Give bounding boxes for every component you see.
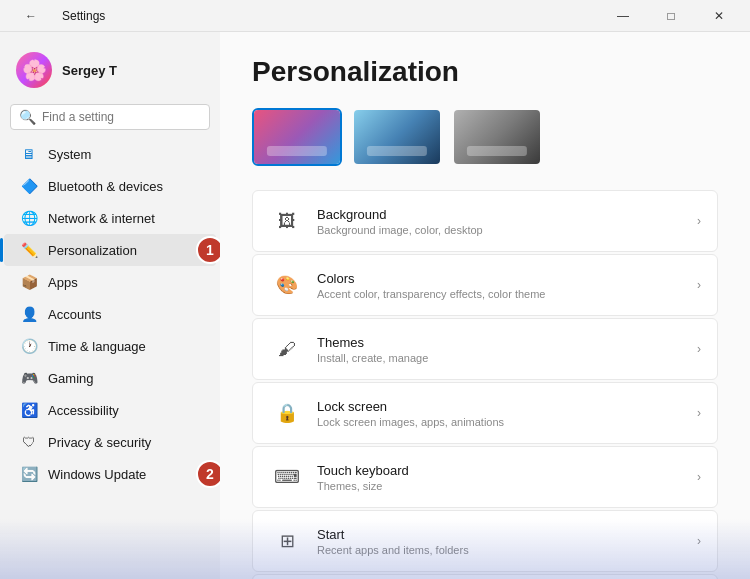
theme-thumb-3[interactable] bbox=[452, 108, 542, 166]
themes-chevron: › bbox=[697, 342, 701, 356]
user-name: Sergey T bbox=[62, 63, 117, 78]
back-button[interactable]: ← bbox=[8, 0, 54, 32]
main-content: Personalization 🖼 bbox=[220, 32, 750, 579]
sidebar-label-time: Time & language bbox=[48, 339, 146, 354]
settings-item-start[interactable]: ⊞ Start Recent apps and items, folders › bbox=[252, 510, 718, 572]
settings-item-touchkeyboard[interactable]: ⌨ Touch keyboard Themes, size › bbox=[252, 446, 718, 508]
gaming-icon: 🎮 bbox=[20, 369, 38, 387]
sidebar-item-bluetooth[interactable]: 🔷 Bluetooth & devices bbox=[4, 170, 216, 202]
settings-item-colors[interactable]: 🎨 Colors Accent color, transparency effe… bbox=[252, 254, 718, 316]
titlebar-controls: — □ ✕ bbox=[600, 0, 742, 32]
app-container: 🌸 Sergey T 🔍 🖥 System 🔷 Bluetooth & devi… bbox=[0, 32, 750, 579]
background-chevron: › bbox=[697, 214, 701, 228]
themes-icon: 🖌 bbox=[269, 331, 305, 367]
bluetooth-icon: 🔷 bbox=[20, 177, 38, 195]
sidebar-label-privacy: Privacy & security bbox=[48, 435, 151, 450]
theme-previews bbox=[252, 108, 718, 166]
close-button[interactable]: ✕ bbox=[696, 0, 742, 32]
sidebar-label-accounts: Accounts bbox=[48, 307, 101, 322]
theme-thumb-1[interactable] bbox=[252, 108, 342, 166]
sidebar-item-update[interactable]: 🔄 Windows Update 2 bbox=[4, 458, 216, 490]
settings-item-taskbar[interactable]: 📌 Taskbar Taskbar behaviors, system pins… bbox=[252, 574, 718, 579]
lockscreen-desc: Lock screen images, apps, animations bbox=[317, 416, 697, 428]
background-icon: 🖼 bbox=[269, 203, 305, 239]
maximize-button[interactable]: □ bbox=[648, 0, 694, 32]
accounts-icon: 👤 bbox=[20, 305, 38, 323]
sidebar-label-gaming: Gaming bbox=[48, 371, 94, 386]
sidebar: 🌸 Sergey T 🔍 🖥 System 🔷 Bluetooth & devi… bbox=[0, 32, 220, 579]
sidebar-item-accounts[interactable]: 👤 Accounts bbox=[4, 298, 216, 330]
badge-1: 1 bbox=[196, 236, 220, 264]
sidebar-label-personalization: Personalization bbox=[48, 243, 137, 258]
search-icon: 🔍 bbox=[19, 109, 36, 125]
touchkeyboard-chevron: › bbox=[697, 470, 701, 484]
colors-text: Colors Accent color, transparency effect… bbox=[317, 271, 697, 300]
update-icon: 🔄 bbox=[20, 465, 38, 483]
sidebar-item-personalization[interactable]: ✏️ Personalization 1 bbox=[4, 234, 216, 266]
sidebar-item-accessibility[interactable]: ♿ Accessibility bbox=[4, 394, 216, 426]
titlebar-left: ← Settings bbox=[8, 0, 105, 32]
background-desc: Background image, color, desktop bbox=[317, 224, 697, 236]
background-title: Background bbox=[317, 207, 697, 222]
start-title: Start bbox=[317, 527, 697, 542]
settings-item-themes[interactable]: 🖌 Themes Install, create, manage › bbox=[252, 318, 718, 380]
sidebar-label-apps: Apps bbox=[48, 275, 78, 290]
themes-desc: Install, create, manage bbox=[317, 352, 697, 364]
sidebar-label-system: System bbox=[48, 147, 91, 162]
privacy-icon: 🛡 bbox=[20, 433, 38, 451]
minimize-button[interactable]: — bbox=[600, 0, 646, 32]
lockscreen-chevron: › bbox=[697, 406, 701, 420]
colors-desc: Accent color, transparency effects, colo… bbox=[317, 288, 697, 300]
lockscreen-icon: 🔒 bbox=[269, 395, 305, 431]
apps-icon: 📦 bbox=[20, 273, 38, 291]
start-icon: ⊞ bbox=[269, 523, 305, 559]
start-chevron: › bbox=[697, 534, 701, 548]
sidebar-item-network[interactable]: 🌐 Network & internet bbox=[4, 202, 216, 234]
colors-icon: 🎨 bbox=[269, 267, 305, 303]
accessibility-icon: ♿ bbox=[20, 401, 38, 419]
settings-item-background[interactable]: 🖼 Background Background image, color, de… bbox=[252, 190, 718, 252]
search-input[interactable] bbox=[42, 110, 201, 124]
badge-2: 2 bbox=[196, 460, 220, 488]
settings-list: 🖼 Background Background image, color, de… bbox=[252, 190, 718, 579]
colors-chevron: › bbox=[697, 278, 701, 292]
sidebar-item-apps[interactable]: 📦 Apps bbox=[4, 266, 216, 298]
settings-item-lockscreen[interactable]: 🔒 Lock screen Lock screen images, apps, … bbox=[252, 382, 718, 444]
titlebar: ← Settings — □ ✕ bbox=[0, 0, 750, 32]
avatar-icon: 🌸 bbox=[22, 58, 47, 82]
page-title: Personalization bbox=[252, 56, 718, 88]
sidebar-label-accessibility: Accessibility bbox=[48, 403, 119, 418]
sidebar-label-bluetooth: Bluetooth & devices bbox=[48, 179, 163, 194]
sidebar-item-gaming[interactable]: 🎮 Gaming bbox=[4, 362, 216, 394]
user-section: 🌸 Sergey T bbox=[0, 40, 220, 104]
avatar[interactable]: 🌸 bbox=[16, 52, 52, 88]
themes-text: Themes Install, create, manage bbox=[317, 335, 697, 364]
start-desc: Recent apps and items, folders bbox=[317, 544, 697, 556]
sidebar-item-system[interactable]: 🖥 System bbox=[4, 138, 216, 170]
touchkeyboard-title: Touch keyboard bbox=[317, 463, 697, 478]
touchkeyboard-icon: ⌨ bbox=[269, 459, 305, 495]
search-box[interactable]: 🔍 bbox=[10, 104, 210, 130]
background-text: Background Background image, color, desk… bbox=[317, 207, 697, 236]
sidebar-item-privacy[interactable]: 🛡 Privacy & security bbox=[4, 426, 216, 458]
sidebar-label-network: Network & internet bbox=[48, 211, 155, 226]
sidebar-label-update: Windows Update bbox=[48, 467, 146, 482]
theme-thumb-2[interactable] bbox=[352, 108, 442, 166]
touchkeyboard-text: Touch keyboard Themes, size bbox=[317, 463, 697, 492]
lockscreen-text: Lock screen Lock screen images, apps, an… bbox=[317, 399, 697, 428]
colors-title: Colors bbox=[317, 271, 697, 286]
system-icon: 🖥 bbox=[20, 145, 38, 163]
lockscreen-title: Lock screen bbox=[317, 399, 697, 414]
titlebar-title: Settings bbox=[62, 9, 105, 23]
start-text: Start Recent apps and items, folders bbox=[317, 527, 697, 556]
network-icon: 🌐 bbox=[20, 209, 38, 227]
time-icon: 🕐 bbox=[20, 337, 38, 355]
themes-title: Themes bbox=[317, 335, 697, 350]
sidebar-item-time[interactable]: 🕐 Time & language bbox=[4, 330, 216, 362]
touchkeyboard-desc: Themes, size bbox=[317, 480, 697, 492]
personalization-icon: ✏️ bbox=[20, 241, 38, 259]
